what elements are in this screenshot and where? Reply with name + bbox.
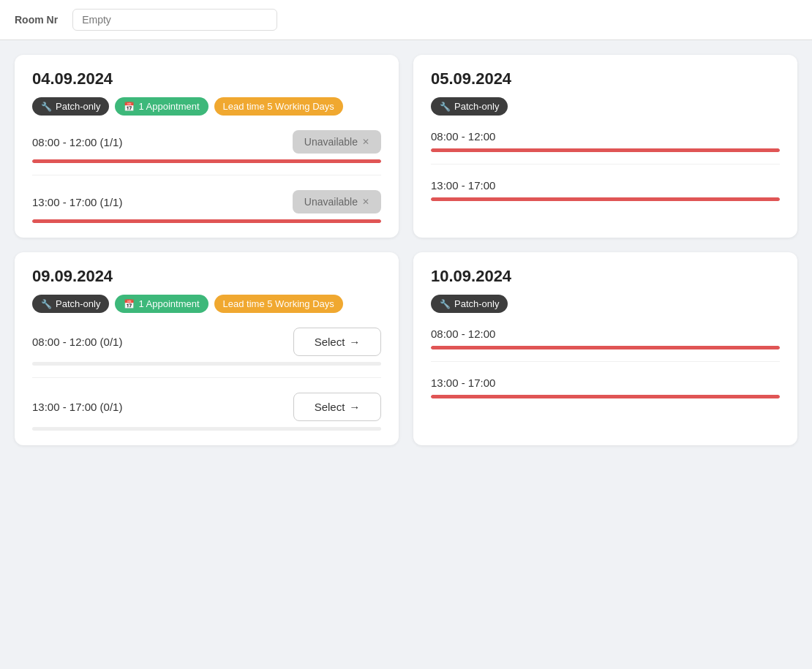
time-slot-1: 13:00 - 17:00 [431,377,780,398]
calendar-icon: 📅 [124,299,135,309]
main-content: 04.09.2024🔧 Patch-only📅 1 AppointmentLea… [0,40,812,460]
badge-dark-0: 🔧 Patch-only [32,295,109,313]
date-card-09-09-2024: 09.09.2024🔧 Patch-only📅 1 AppointmentLea… [15,252,399,445]
unavailable-label: Unavailable [304,196,358,208]
date-card-10-09-2024: 10.09.2024🔧 Patch-only08:00 - 12:0013:00… [413,252,797,445]
slot-time: 13:00 - 17:00 (1/1) [32,196,122,208]
badges-container: 🔧 Patch-only [431,295,780,313]
slot-row: 13:00 - 17:00 [431,179,780,192]
progress-bar-container [32,159,381,163]
slot-row: 08:00 - 12:00 [431,328,780,340]
progress-bar-container [431,346,780,349]
slot-time: 13:00 - 17:00 [431,179,495,192]
slot-time: 13:00 - 17:00 [431,377,495,389]
progress-bar-container [431,148,780,152]
progress-bar [32,219,381,223]
progress-bar [32,159,381,163]
room-nr-input[interactable] [72,9,277,31]
card-date: 09.09.2024 [32,267,381,286]
progress-bar [431,395,780,398]
time-slot-1: 13:00 - 17:00 (0/1)Select → [32,393,381,431]
wrench-icon: 🔧 [41,299,52,309]
slot-row: 13:00 - 17:00 (0/1)Select → [32,393,381,421]
select-button[interactable]: Select → [293,393,381,421]
unavailable-label: Unavailable [304,136,358,148]
time-slot-1: 13:00 - 17:00 [431,179,780,201]
calendar-icon: 📅 [124,102,135,112]
card-date: 05.09.2024 [431,69,780,88]
badge-dark-0: 🔧 Patch-only [431,97,508,116]
progress-bar-container [32,219,381,223]
badge-green-1: 📅 1 Appointment [115,295,208,313]
progress-bar-container [431,395,780,398]
time-slot-0: 08:00 - 12:00 [431,130,780,165]
badge-dark-0: 🔧 Patch-only [32,97,109,116]
close-icon: ✕ [362,197,369,207]
slot-row: 13:00 - 17:00 [431,377,780,389]
card-date: 10.09.2024 [431,267,780,286]
date-card-05-09-2024: 05.09.2024🔧 Patch-only08:00 - 12:0013:00… [413,55,797,238]
progress-bar [431,197,780,201]
slot-time: 08:00 - 12:00 (0/1) [32,336,122,348]
wrench-icon: 🔧 [440,102,451,112]
progress-bar [431,148,780,152]
progress-bar-container [32,362,381,366]
arrow-icon: → [349,336,360,348]
wrench-icon: 🔧 [41,102,52,112]
unavailable-button[interactable]: Unavailable ✕ [293,190,381,213]
badges-container: 🔧 Patch-only [431,97,780,116]
badge-yellow-2: Lead time 5 Working Days [214,97,343,116]
badge-green-1: 📅 1 Appointment [115,97,208,116]
slot-time: 08:00 - 12:00 [431,328,495,340]
slot-time: 13:00 - 17:00 (0/1) [32,401,122,413]
slot-row: 13:00 - 17:00 (1/1)Unavailable ✕ [32,190,381,213]
progress-bar [431,346,780,349]
progress-bar-container [431,197,780,201]
badges-container: 🔧 Patch-only📅 1 AppointmentLead time 5 W… [32,295,381,313]
slot-row: 08:00 - 12:00 (0/1)Select → [32,328,381,356]
progress-bar-container [32,427,381,431]
slot-time: 08:00 - 12:00 (1/1) [32,136,122,148]
slot-time: 08:00 - 12:00 [431,130,495,143]
top-bar: Room Nr [0,0,812,40]
badge-dark-0: 🔧 Patch-only [431,295,508,313]
select-label: Select [315,401,345,413]
time-slot-1: 13:00 - 17:00 (1/1)Unavailable ✕ [32,190,381,223]
date-card-04-09-2024: 04.09.2024🔧 Patch-only📅 1 AppointmentLea… [15,55,399,238]
card-date: 04.09.2024 [32,69,381,88]
close-icon: ✕ [362,137,369,147]
slot-row: 08:00 - 12:00 [431,130,780,143]
select-button[interactable]: Select → [293,328,381,356]
badge-yellow-2: Lead time 5 Working Days [214,295,343,313]
select-label: Select [315,336,345,348]
unavailable-button[interactable]: Unavailable ✕ [293,130,381,154]
wrench-icon: 🔧 [440,299,451,309]
arrow-icon: → [349,401,360,413]
time-slot-0: 08:00 - 12:00 (0/1)Select → [32,328,381,378]
badges-container: 🔧 Patch-only📅 1 AppointmentLead time 5 W… [32,97,381,116]
time-slot-0: 08:00 - 12:00 [431,328,780,362]
room-nr-label: Room Nr [15,14,58,26]
slot-row: 08:00 - 12:00 (1/1)Unavailable ✕ [32,130,381,154]
time-slot-0: 08:00 - 12:00 (1/1)Unavailable ✕ [32,130,381,175]
